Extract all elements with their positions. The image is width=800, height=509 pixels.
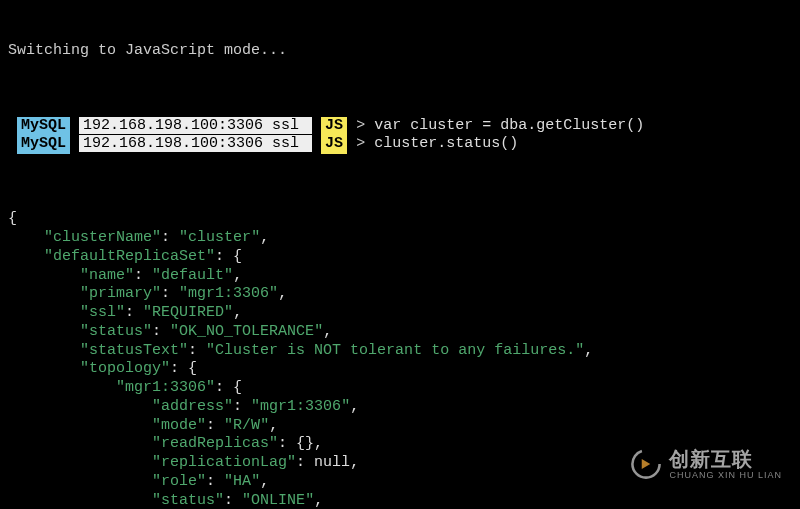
mode-switch-message: Switching to JavaScript mode... [8, 42, 792, 61]
js-badge: JS [321, 135, 347, 154]
host-info: 192.168.198.100:3306 ssl [79, 117, 312, 134]
json-output: { "clusterName": "cluster", "defaultRepl… [8, 210, 792, 509]
shell-prompt-line: MySQL 192.168.198.100:3306 ssl JS > clus… [8, 135, 792, 154]
prompt-arrow: > [356, 117, 365, 134]
mysql-badge: MySQL [17, 135, 70, 154]
host-info: 192.168.198.100:3306 ssl [79, 135, 312, 152]
mysql-badge: MySQL [17, 117, 70, 136]
shell-prompt-line: MySQL 192.168.198.100:3306 ssl JS > var … [8, 117, 792, 136]
prompt-arrow: > [356, 135, 365, 152]
terminal[interactable]: Switching to JavaScript mode... MySQL 19… [0, 0, 800, 509]
command-text: var cluster = dba.getCluster() [374, 117, 644, 134]
js-badge: JS [321, 117, 347, 136]
command-text: cluster.status() [374, 135, 518, 152]
